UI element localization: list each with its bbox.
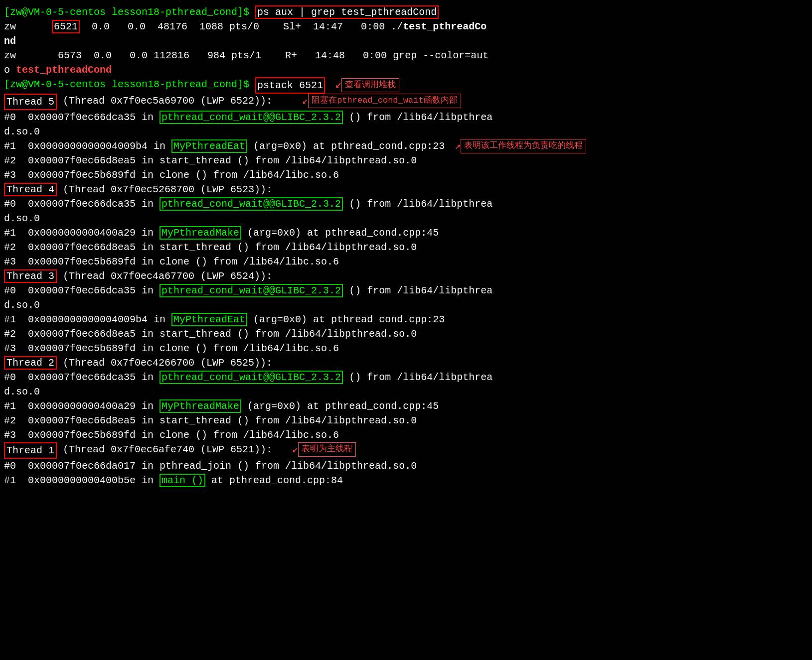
- thread5-label: Thread 5: [4, 94, 57, 110]
- t3-f1: #1 0x0000000000004009b4 in MyPthreadEat …: [4, 312, 808, 327]
- line-2: zw 6521 0.0 0.0 48176 1088 pts/0 Sl+ 14:…: [4, 19, 808, 34]
- t5-f2: #2 0x00007f0ec66d8ea5 in start_thread ()…: [4, 153, 808, 168]
- ann-main-thread: 表明为主线程: [298, 442, 356, 457]
- arrow-4: ↙: [292, 442, 298, 457]
- prompt-1: [zw@VM-0-5-centos lesson18-pthread_cond]…: [4, 6, 255, 18]
- t2-f3: #3 0x00007f0ec5b689fd in clone () from /…: [4, 428, 808, 442]
- ann-blocked: 阻塞在pthread_cond_wait函数内部: [308, 94, 461, 108]
- func-pthread-cond-wait-1: pthread_cond_wait@@GLIBC_2.3.2: [160, 111, 343, 124]
- thread1-line: Thread 1 (Thread 0x7f0ec6afe740 (LWP 652…: [4, 442, 808, 459]
- t2-f0b: d.so.0: [4, 385, 808, 399]
- t3-f2: #2 0x00007f0ec66d8ea5 in start_thread ()…: [4, 327, 808, 341]
- proc-zw: zw 6521 0.0 0.0 48176 1088 pts/0 Sl+ 14:…: [4, 20, 487, 33]
- t3-f3: #3 0x00007f0ec5b689fd in clone () from /…: [4, 341, 808, 356]
- func-pthread-cond-wait-3: pthread_cond_wait@@GLIBC_2.3.2: [160, 284, 343, 297]
- ann-eat-thread: 表明该工作线程为负责吃的线程: [461, 139, 586, 153]
- func-main: main (): [160, 474, 205, 487]
- thread4-label: Thread 4: [4, 183, 57, 196]
- pid-box: 6521: [52, 20, 80, 33]
- grep-match: test_pthreadCond: [16, 64, 112, 76]
- t2-f2: #2 0x00007f0ec66d8ea5 in start_thread ()…: [4, 413, 808, 428]
- thread1-label: Thread 1: [4, 442, 57, 459]
- t5-f3: #3 0x00007f0ec5b689fd in clone () from /…: [4, 168, 808, 182]
- thread3-line: Thread 3 (Thread 0x7f0ec4a67700 (LWP 652…: [4, 269, 808, 283]
- t3-f0b: d.so.0: [4, 298, 808, 312]
- arrow-2: ↙: [302, 94, 308, 108]
- arrow-3: ↗: [455, 139, 461, 153]
- thread2-line: Thread 2 (Thread 0x7f0ec4266700 (LWP 652…: [4, 356, 808, 370]
- proc-name-cont: nd: [4, 35, 16, 47]
- t4-f0: #0 0x00007f0ec66dca35 in pthread_cond_wa…: [4, 197, 808, 211]
- line-2b: nd: [4, 34, 808, 48]
- func-eat-1: MyPthreadEat: [171, 139, 247, 153]
- thread5-rest: (Thread 0x7f0ec5a69700 (LWP 6522)):: [57, 94, 272, 108]
- func-make-2: MyPthreadMake: [160, 399, 241, 413]
- arrow-1: ↙: [335, 77, 341, 93]
- t2-f0: #0 0x00007f0ec66dca35 in pthread_cond_wa…: [4, 370, 808, 385]
- prompt-2: [zw@VM-0-5-centos lesson18-pthread_cond]…: [4, 77, 255, 92]
- func-pthread-cond-wait-2: pthread_cond_wait@@GLIBC_2.3.2: [160, 197, 343, 211]
- thread2-rest: (Thread 0x7f0ec4266700 (LWP 6525)):: [57, 357, 272, 369]
- t4-f0b: d.so.0: [4, 211, 808, 226]
- t2-f1: #1 0x0000000000400a29 in MyPthreadMake (…: [4, 399, 808, 413]
- t4-f2: #2 0x00007f0ec66d8ea5 in start_thread ()…: [4, 240, 808, 255]
- t4-f3: #3 0x00007f0ec5b689fd in clone () from /…: [4, 255, 808, 269]
- t4-f1: #1 0x0000000000400a29 in MyPthreadMake (…: [4, 226, 808, 240]
- t1-f1: #1 0x0000000000400b5e in main () at pthr…: [4, 473, 808, 488]
- t5-f0b: d.so.0: [4, 125, 808, 139]
- func-pthread-cond-wait-4: pthread_cond_wait@@GLIBC_2.3.2: [160, 371, 343, 384]
- line-5: [zw@VM-0-5-centos lesson18-pthread_cond]…: [4, 77, 808, 94]
- thread5-line: Thread 5 (Thread 0x7f0ec5a69700 (LWP 652…: [4, 94, 808, 110]
- func-eat-2: MyPthreadEat: [171, 313, 247, 326]
- terminal: [zw@VM-0-5-centos lesson18-pthread_cond]…: [4, 5, 808, 488]
- t5-f0: #0 0x00007f0ec66dca35 in pthread_cond_wa…: [4, 110, 808, 125]
- thread3-rest: (Thread 0x7f0ec4a67700 (LWP 6524)):: [57, 270, 272, 282]
- thread1-rest: (Thread 0x7f0ec6afe740 (LWP 6521)):: [57, 442, 272, 457]
- thread4-line: Thread 4 (Thread 0x7f0ec5268700 (LWP 652…: [4, 182, 808, 197]
- t5-f1: #1 0x0000000000004009b4 in MyPthreadEat …: [4, 139, 808, 153]
- proc-name: test_pthreadCo: [403, 21, 487, 32]
- line-1: [zw@VM-0-5-centos lesson18-pthread_cond]…: [4, 5, 808, 19]
- func-make-1: MyPthreadMake: [160, 226, 241, 240]
- thread2-label: Thread 2: [4, 356, 57, 370]
- ann-view-stack: 查看调用堆栈: [341, 78, 399, 93]
- thread3-label: Thread 3: [4, 269, 57, 283]
- line-4: o test_pthreadCond: [4, 63, 808, 77]
- cmd-ps: ps aux | grep test_pthreadCond: [255, 5, 439, 19]
- cmd-pstack: pstack 6521: [255, 77, 325, 94]
- t3-f0: #0 0x00007f0ec66dca35 in pthread_cond_wa…: [4, 283, 808, 298]
- t1-f0: #0 0x00007f0ec66da017 in pthread_join ()…: [4, 459, 808, 473]
- thread4-rest: (Thread 0x7f0ec5268700 (LWP 6523)):: [57, 184, 272, 195]
- line-3: zw 6573 0.0 0.0 112816 984 pts/1 R+ 14:4…: [4, 48, 808, 63]
- t5-f1-text: #1 0x0000000000004009b4 in MyPthreadEat …: [4, 139, 445, 153]
